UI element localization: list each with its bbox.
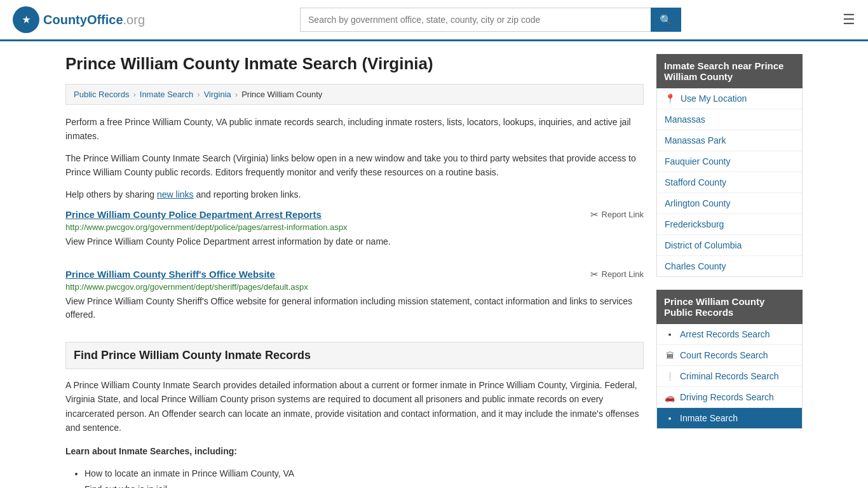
- sidebar-item-fauquier-county[interactable]: Fauquier County: [657, 151, 802, 172]
- find-body: A Prince William County Inmate Search pr…: [65, 378, 644, 435]
- sidebar-court-records[interactable]: 🏛 Court Records Search: [657, 345, 802, 366]
- result-title-1[interactable]: Prince William County Police Department …: [65, 209, 322, 220]
- search-icon: 🔍: [660, 14, 672, 26]
- sidebar-records-heading: Prince William County Public Records: [656, 290, 803, 324]
- breadcrumb-public-records[interactable]: Public Records: [74, 90, 129, 99]
- bullet-list: How to locate an inmate in Prince Willia…: [65, 467, 644, 488]
- breadcrumb-virginia[interactable]: Virginia: [204, 90, 231, 99]
- search-bar: 🔍: [300, 8, 681, 32]
- driving-icon: 🚗: [665, 393, 675, 402]
- svg-text:★: ★: [22, 15, 31, 25]
- menu-button[interactable]: ☰: [843, 11, 855, 28]
- search-button[interactable]: 🔍: [651, 8, 681, 32]
- sidebar-item-arlington-county[interactable]: Arlington County: [657, 193, 802, 214]
- result-desc-2: View Prince William County Sheriff's Off…: [65, 295, 644, 322]
- pin-icon: 📍: [665, 93, 675, 104]
- page-title: Prince William County Inmate Search (Vir…: [65, 54, 644, 74]
- sidebar-nearby-list: 📍 Use My Location Manassas Manassas Park…: [656, 88, 803, 277]
- arrest-icon: ▪: [665, 330, 675, 339]
- new-links-link[interactable]: new links: [157, 189, 194, 200]
- sidebar: Inmate Search near Prince William County…: [656, 54, 803, 488]
- description-1: Perform a free Prince William County, VA…: [65, 115, 644, 144]
- result-title-2[interactable]: Prince William County Sheriff's Office W…: [65, 269, 275, 280]
- main-container: Prince William County Inmate Search (Vir…: [53, 41, 815, 488]
- sidebar-item-district-of-columbia[interactable]: District of Columbia: [657, 235, 802, 256]
- sidebar-item-manassas-park[interactable]: Manassas Park: [657, 130, 802, 151]
- breadcrumb-current: Prince William County: [241, 90, 322, 99]
- report-icon-2: ✂: [590, 269, 599, 280]
- report-link-2[interactable]: ✂ Report Link: [590, 269, 644, 280]
- sidebar-records-list: ▪ Arrest Records Search 🏛 Court Records …: [656, 324, 803, 429]
- result-url-1: http://www.pwcgov.org/government/dept/po…: [65, 222, 644, 232]
- sidebar-nearby-section: Inmate Search near Prince William County…: [656, 54, 803, 277]
- sidebar-use-location[interactable]: 📍 Use My Location: [657, 88, 802, 109]
- logo-icon: ★: [13, 6, 39, 33]
- menu-icon: ☰: [843, 11, 855, 27]
- result-item-2: Prince William County Sheriff's Office W…: [65, 269, 644, 327]
- main-content: Prince William County Inmate Search (Vir…: [65, 54, 644, 488]
- inmate-icon: ▪: [665, 414, 675, 423]
- find-section-heading: Find Prince William County Inmate Record…: [65, 342, 644, 369]
- search-input[interactable]: [300, 8, 651, 32]
- result-item-1: Prince William County Police Department …: [65, 209, 644, 254]
- logo-text: CountyOffice.org: [43, 13, 145, 27]
- sidebar-driving-records[interactable]: 🚗 Driving Records Search: [657, 387, 802, 408]
- sidebar-item-charles-county[interactable]: Charles County: [657, 256, 802, 276]
- breadcrumb-inmate-search[interactable]: Inmate Search: [140, 90, 194, 99]
- sidebar-arrest-records[interactable]: ▪ Arrest Records Search: [657, 324, 802, 345]
- bullet-item-2: Find out who is in jail: [85, 483, 644, 488]
- report-link-1[interactable]: ✂ Report Link: [590, 209, 644, 220]
- sidebar-inmate-search[interactable]: ▪ Inmate Search: [657, 408, 802, 428]
- sidebar-criminal-records[interactable]: ❕ Criminal Records Search: [657, 366, 802, 387]
- learn-heading: Learn about Inmate Searches, including:: [65, 444, 644, 458]
- breadcrumb-sep-3: ›: [235, 90, 238, 99]
- result-url-2: http://www.pwcgov.org/government/dept/sh…: [65, 282, 644, 292]
- logo[interactable]: ★ CountyOffice.org: [13, 6, 145, 33]
- breadcrumb: Public Records › Inmate Search › Virgini…: [65, 84, 644, 105]
- court-icon: 🏛: [665, 351, 675, 360]
- criminal-icon: ❕: [665, 372, 675, 381]
- breadcrumb-sep-1: ›: [133, 90, 135, 99]
- sidebar-item-manassas[interactable]: Manassas: [657, 109, 802, 130]
- use-location-link[interactable]: Use My Location: [681, 93, 747, 104]
- sidebar-item-fredericksburg[interactable]: Fredericksburg: [657, 214, 802, 235]
- result-desc-1: View Prince William County Police Depart…: [65, 235, 644, 248]
- description-3: Help others by sharing new links and rep…: [65, 187, 644, 201]
- sidebar-nearby-heading: Inmate Search near Prince William County: [656, 54, 803, 88]
- report-icon-1: ✂: [590, 209, 599, 220]
- breadcrumb-sep-2: ›: [197, 90, 200, 99]
- bullet-item-1: How to locate an inmate in Prince Willia…: [85, 467, 644, 480]
- sidebar-item-stafford-county[interactable]: Stafford County: [657, 172, 802, 193]
- header: ★ CountyOffice.org 🔍 ☰: [0, 0, 868, 41]
- sidebar-records-section: Prince William County Public Records ▪ A…: [656, 290, 803, 429]
- description-2: The Prince William County Inmate Search …: [65, 151, 644, 180]
